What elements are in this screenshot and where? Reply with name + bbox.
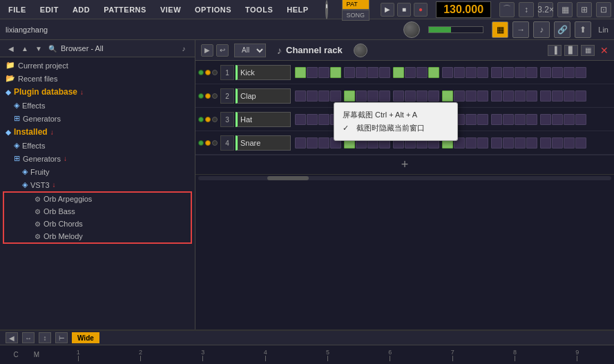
seq-btn-clap-6[interactable] (356, 90, 367, 102)
song-button[interactable]: SONG (342, 10, 370, 21)
master-knob[interactable] (325, 0, 328, 19)
seq-btn-kick-5[interactable] (344, 67, 355, 78)
seq-btn-kick-17[interactable] (491, 67, 502, 78)
cr-bar-btn-2[interactable]: ▊ (564, 45, 578, 56)
icon-btn-3[interactable]: 3.2× (538, 2, 553, 17)
ch-number-hat[interactable]: 3 (220, 112, 234, 127)
ch-number-snare[interactable]: 4 (220, 135, 234, 151)
sidebar-nav-back[interactable]: ◀ (6, 43, 17, 54)
cr-volume-knob[interactable] (354, 44, 367, 57)
seq-btn-hat-18[interactable] (503, 114, 514, 125)
ch-dot-green-kick[interactable] (198, 70, 204, 75)
seq-btn-clap-13[interactable] (442, 90, 453, 102)
seq-btn-clap-10[interactable] (405, 90, 416, 102)
seq-btn-kick-15[interactable] (466, 67, 477, 78)
ch-number-kick[interactable]: 1 (220, 65, 234, 80)
tooltip-row-hide[interactable]: ✓ 截图时隐藏当前窗口 (343, 122, 449, 135)
icon-btn-4[interactable]: ▦ (557, 2, 573, 17)
record-button[interactable]: ● (414, 3, 428, 17)
seq-btn-clap-15[interactable] (466, 90, 477, 102)
seq-btn-hat-15[interactable] (466, 114, 477, 125)
sidebar-item-orb-chords[interactable]: ⚙ Orb Chords (4, 218, 191, 230)
ch-dot-green-hat[interactable] (198, 117, 204, 122)
seq-btn-hat-23[interactable] (564, 114, 575, 125)
ch-dot-yellow-hat[interactable] (205, 117, 211, 122)
seq-btn-clap-20[interactable] (526, 90, 537, 102)
seq-btn-kick-2[interactable] (307, 67, 318, 78)
bt-btn-3[interactable]: ↕ (39, 332, 51, 343)
bpm-display[interactable]: 130.000 (436, 1, 491, 18)
seq-btn-hat-3[interactable] (318, 114, 329, 125)
bt-btn-2[interactable]: ↔ (22, 332, 35, 343)
seq-btn-kick-21[interactable] (540, 67, 551, 78)
seq-btn-kick-18[interactable] (503, 67, 514, 78)
tb2-note-icon[interactable]: ♪ (533, 21, 550, 38)
seq-btn-snare-24[interactable] (575, 137, 586, 149)
ch-dot-yellow-kick[interactable] (205, 70, 211, 75)
seq-btn-hat-16[interactable] (477, 114, 488, 125)
seq-btn-kick-22[interactable] (552, 67, 563, 78)
seq-btn-kick-9[interactable] (393, 67, 404, 78)
wide-label[interactable]: Wide (72, 332, 99, 343)
seq-btn-snare-16[interactable] (477, 137, 488, 149)
seq-btn-clap-9[interactable] (393, 90, 404, 102)
sidebar-item-vst3[interactable]: ◈ VST3 ↓ (0, 178, 195, 191)
ch-dot-off-hat[interactable] (212, 117, 218, 122)
seq-btn-snare-1[interactable] (295, 137, 306, 149)
cr-bar-btn-1[interactable]: ▐ (548, 45, 562, 56)
sidebar-speaker-icon[interactable]: ♪ (178, 43, 189, 54)
seq-btn-clap-22[interactable] (552, 90, 563, 102)
ch-dot-green-clap[interactable] (198, 93, 204, 99)
seq-btn-hat-24[interactable] (575, 114, 586, 125)
sidebar-item-fruity[interactable]: ◈ Fruity (0, 165, 195, 178)
tb2-grid-icon[interactable]: ▦ (492, 21, 508, 38)
sidebar-item-effects-db[interactable]: ◈ Effects (0, 99, 195, 112)
channel-h-scrollbar[interactable] (195, 174, 614, 181)
seq-btn-kick-6[interactable] (356, 67, 367, 78)
sidebar-item-orb-arpeggios[interactable]: ⚙ Orb Arpeggios (4, 193, 191, 205)
seq-btn-snare-2[interactable] (307, 137, 318, 149)
seq-btn-hat-2[interactable] (307, 114, 318, 125)
ch-dot-off-clap[interactable] (212, 93, 218, 99)
seq-btn-clap-3[interactable] (318, 90, 329, 102)
sidebar-item-installed[interactable]: ◆ Installed ↓ (0, 125, 195, 139)
seq-btn-kick-16[interactable] (477, 67, 488, 78)
seq-btn-snare-18[interactable] (503, 137, 514, 149)
sidebar-nav-up[interactable]: ▲ (19, 43, 30, 54)
seq-btn-snare-22[interactable] (552, 137, 563, 149)
menu-help[interactable]: HELP (284, 4, 311, 15)
seq-btn-kick-20[interactable] (526, 67, 537, 78)
search-icon[interactable]: 🔍 (47, 43, 58, 54)
sidebar-item-generators-db[interactable]: ⊞ Generators (0, 112, 195, 125)
seq-btn-kick-10[interactable] (405, 67, 416, 78)
ch-name-snare[interactable]: Snare (236, 135, 291, 151)
seq-btn-snare-17[interactable] (491, 137, 502, 149)
menu-tools[interactable]: TOOLS (242, 4, 276, 15)
seq-btn-kick-23[interactable] (564, 67, 575, 78)
seq-btn-kick-14[interactable] (454, 67, 465, 78)
sidebar-nav-down[interactable]: ▼ (33, 43, 44, 54)
sidebar-item-effects-installed[interactable]: ◈ Effects (0, 139, 195, 152)
seq-btn-clap-23[interactable] (564, 90, 575, 102)
menu-patterns[interactable]: PATTERNS (101, 4, 149, 15)
ch-dot-green-snare[interactable] (198, 140, 204, 146)
seq-btn-hat-17[interactable] (491, 114, 502, 125)
tb2-link-icon[interactable]: 🔗 (554, 21, 570, 38)
sidebar-item-plugin-database[interactable]: ◆ Plugin database ↓ (0, 85, 195, 99)
scrollbar-thumb[interactable] (267, 176, 309, 180)
seq-btn-kick-1[interactable] (295, 67, 306, 78)
menu-options[interactable]: OPTIONS (192, 4, 234, 15)
seq-btn-kick-7[interactable] (367, 67, 378, 78)
seq-btn-kick-24[interactable] (575, 67, 586, 78)
ch-dot-yellow-clap[interactable] (205, 93, 211, 99)
seq-btn-snare-20[interactable] (526, 137, 537, 149)
toolbar2-knob[interactable] (403, 21, 420, 38)
ch-name-kick[interactable]: Kick (236, 65, 291, 80)
tb2-mixer-icon[interactable]: ⬆ (575, 21, 591, 38)
seq-btn-kick-19[interactable] (515, 67, 526, 78)
menu-edit[interactable]: EDIT (37, 4, 61, 15)
seq-btn-snare-23[interactable] (564, 137, 575, 149)
seq-btn-clap-16[interactable] (477, 90, 488, 102)
menu-view[interactable]: VIEW (157, 4, 184, 15)
ch-dot-yellow-snare[interactable] (205, 140, 211, 146)
